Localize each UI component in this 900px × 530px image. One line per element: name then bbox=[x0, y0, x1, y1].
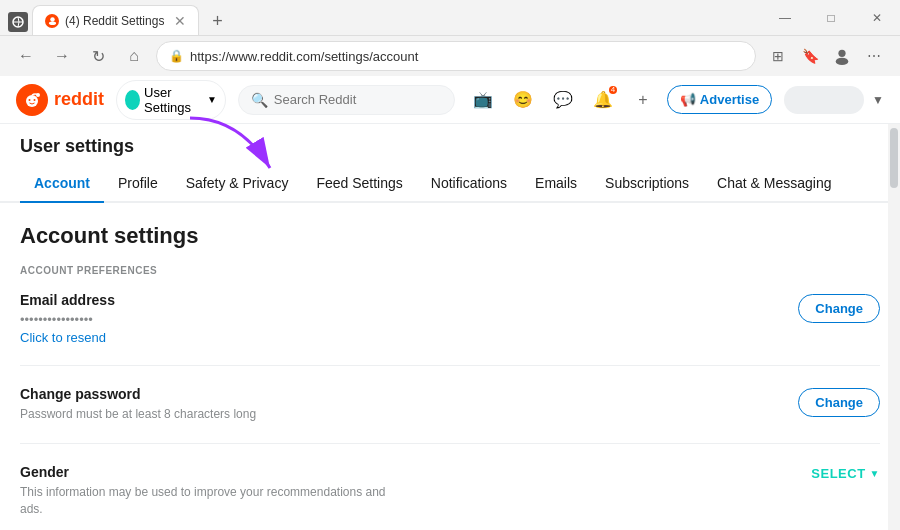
svg-point-4 bbox=[836, 58, 849, 65]
user-profile-button[interactable] bbox=[784, 86, 864, 114]
setting-row-gender: GenderThis information may be used to im… bbox=[20, 464, 880, 530]
close-button[interactable]: ✕ bbox=[854, 2, 900, 34]
browser-top-bar: (4) Reddit Settings ✕ + — □ ✕ bbox=[0, 0, 900, 36]
maximize-button[interactable]: □ bbox=[808, 2, 854, 34]
tab-subscriptions[interactable]: Subscriptions bbox=[591, 165, 703, 203]
page-title: Account settings bbox=[20, 223, 880, 249]
svg-point-6 bbox=[29, 99, 31, 101]
address-bar: ← → ↻ ⌂ 🔒 https://www.reddit.com/setting… bbox=[0, 36, 900, 76]
back-button[interactable]: ← bbox=[12, 42, 40, 70]
setting-info-email: Email address••••••••••••••••Click to re… bbox=[20, 292, 782, 345]
dropdown-arrow-icon: ▼ bbox=[207, 94, 217, 105]
search-bar[interactable]: 🔍 bbox=[238, 85, 455, 115]
tab-title: (4) Reddit Settings bbox=[65, 14, 164, 28]
url-text: https://www.reddit.com/settings/account bbox=[190, 49, 743, 64]
create-post-icon[interactable]: + bbox=[627, 84, 659, 116]
tab-profile[interactable]: Profile bbox=[104, 165, 172, 203]
video-icon[interactable]: 📺 bbox=[467, 84, 499, 116]
tab-chat[interactable]: Chat & Messaging bbox=[703, 165, 845, 203]
main-content: User settings AccountProfileSafety & Pri… bbox=[0, 124, 900, 530]
expand-icon[interactable]: ▼ bbox=[872, 93, 884, 107]
scrollbar-thumb[interactable] bbox=[890, 128, 898, 188]
password-change-button[interactable]: Change bbox=[798, 388, 880, 417]
user-settings-label: User Settings bbox=[144, 85, 203, 115]
reddit-header: reddit User Settings ▼ 🔍 📺 😊 💬 🔔 4 + 📢 A… bbox=[0, 76, 900, 124]
settings-rows: Email address••••••••••••••••Click to re… bbox=[20, 292, 880, 530]
gender-select-button[interactable]: SELECT ▼ bbox=[811, 466, 880, 481]
tab-favicon bbox=[45, 14, 59, 28]
setting-name-gender: Gender bbox=[20, 464, 795, 480]
header-actions: 📺 😊 💬 🔔 4 + 📢 Advertise ▼ bbox=[467, 84, 884, 116]
email-change-button[interactable]: Change bbox=[798, 294, 880, 323]
svg-point-3 bbox=[838, 50, 845, 57]
setting-info-password: Change passwordPassword must be at least… bbox=[20, 386, 782, 423]
section-preferences-label: ACCOUNT PREFERENCES bbox=[20, 265, 880, 276]
lock-icon: 🔒 bbox=[169, 49, 184, 63]
user-settings-dropdown[interactable]: User Settings ▼ bbox=[116, 80, 226, 120]
reddit-logo[interactable]: reddit bbox=[16, 84, 104, 116]
browser-actions: ⊞ 🔖 ⋯ bbox=[764, 42, 888, 70]
tab-safety[interactable]: Safety & Privacy bbox=[172, 165, 303, 203]
url-bar[interactable]: 🔒 https://www.reddit.com/settings/accoun… bbox=[156, 41, 756, 71]
search-icon: 🔍 bbox=[251, 92, 268, 108]
page-wrapper: (4) Reddit Settings ✕ + — □ ✕ ← → ↻ ⌂ 🔒 … bbox=[0, 0, 900, 530]
reddit-wordmark: reddit bbox=[54, 89, 104, 110]
search-input[interactable] bbox=[274, 92, 442, 107]
svg-point-7 bbox=[34, 99, 36, 101]
forward-button[interactable]: → bbox=[48, 42, 76, 70]
grid-icon[interactable]: ⊞ bbox=[764, 42, 792, 70]
home-button[interactable]: ⌂ bbox=[120, 42, 148, 70]
setting-name-email: Email address bbox=[20, 292, 782, 308]
setting-value-email: •••••••••••••••• bbox=[20, 312, 782, 327]
tab-emails[interactable]: Emails bbox=[521, 165, 591, 203]
advertise-button[interactable]: 📢 Advertise bbox=[667, 85, 772, 114]
chat-icon[interactable]: 😊 bbox=[507, 84, 539, 116]
select-arrow-icon: ▼ bbox=[870, 468, 880, 479]
setting-link-email[interactable]: Click to resend bbox=[20, 330, 106, 345]
scrollbar[interactable] bbox=[888, 124, 900, 530]
bookmark-icon[interactable]: 🔖 bbox=[796, 42, 824, 70]
setting-row-password: Change passwordPassword must be at least… bbox=[20, 386, 880, 444]
settings-tabs: AccountProfileSafety & PrivacyFeed Setti… bbox=[0, 165, 900, 203]
setting-info-gender: GenderThis information may be used to im… bbox=[20, 464, 795, 518]
advertise-label: Advertise bbox=[700, 92, 759, 107]
profile-icon[interactable] bbox=[828, 42, 856, 70]
svg-point-5 bbox=[26, 95, 38, 107]
browser-icon bbox=[8, 12, 28, 32]
new-tab-button[interactable]: + bbox=[203, 7, 231, 35]
tab-feed[interactable]: Feed Settings bbox=[302, 165, 416, 203]
minimize-button[interactable]: — bbox=[762, 2, 808, 34]
svg-point-1 bbox=[50, 17, 55, 22]
tab-close-button[interactable]: ✕ bbox=[174, 13, 186, 29]
setting-desc-password: Password must be at least 8 characters l… bbox=[20, 406, 400, 423]
refresh-button[interactable]: ↻ bbox=[84, 42, 112, 70]
advertise-icon: 📢 bbox=[680, 92, 696, 107]
setting-row-email: Email address••••••••••••••••Click to re… bbox=[20, 292, 880, 366]
setting-desc-gender: This information may be used to improve … bbox=[20, 484, 400, 518]
more-actions-button[interactable]: ⋯ bbox=[860, 42, 888, 70]
tab-notifications[interactable]: Notifications bbox=[417, 165, 521, 203]
settings-content: Account settings ACCOUNT PREFERENCES Ema… bbox=[0, 203, 900, 530]
active-tab[interactable]: (4) Reddit Settings ✕ bbox=[32, 5, 199, 35]
select-label: SELECT bbox=[811, 466, 865, 481]
user-avatar bbox=[125, 90, 140, 110]
window-controls: — □ ✕ bbox=[762, 2, 900, 34]
setting-action-password: Change bbox=[798, 388, 880, 417]
setting-name-password: Change password bbox=[20, 386, 782, 402]
tab-account[interactable]: Account bbox=[20, 165, 104, 203]
user-settings-section: User settings bbox=[0, 124, 900, 165]
svg-point-2 bbox=[48, 21, 55, 25]
setting-action-email: Change bbox=[798, 294, 880, 323]
setting-action-gender: SELECT ▼ bbox=[811, 466, 880, 481]
reddit-icon bbox=[16, 84, 48, 116]
message-icon[interactable]: 💬 bbox=[547, 84, 579, 116]
user-settings-heading: User settings bbox=[20, 136, 880, 157]
notification-bell-icon[interactable]: 🔔 4 bbox=[587, 84, 619, 116]
